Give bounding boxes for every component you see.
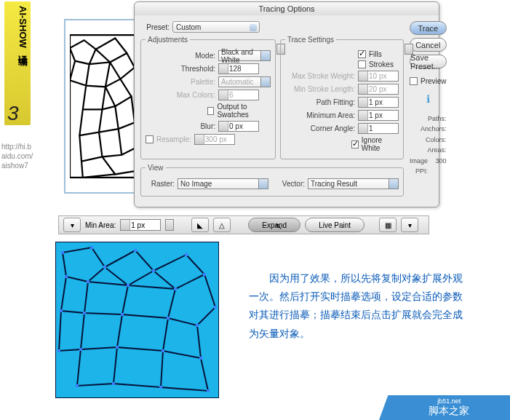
toolbar-min-area-input[interactable]: 1 px (120, 219, 161, 231)
max-stroke-weight-input: 10 px (358, 71, 399, 82)
vector-label: Vector: (276, 180, 305, 188)
cursor-icon: ↖ (275, 221, 282, 231)
resample-checkbox[interactable] (146, 135, 154, 143)
voronoi-pattern (70, 25, 135, 188)
svg-rect-25 (207, 389, 210, 392)
blur-label: Blur: (146, 122, 215, 130)
svg-rect-1 (90, 246, 93, 249)
output-swatches-checkbox[interactable] (207, 107, 215, 115)
explanation-text: 因为用了效果，所以先将复制对象扩展外观一次。然后打开实时描摹选项，设定合适的参数… (249, 269, 467, 343)
trace-button[interactable]: Trace (410, 21, 447, 35)
vector-select[interactable]: Tracing Result (308, 178, 399, 189)
svg-rect-10 (214, 306, 217, 309)
adjustments-group: Adjustments Mode:Black and White Thresho… (140, 36, 276, 159)
svg-rect-9 (174, 288, 177, 290)
path-fitting-label: Path Fitting: (285, 98, 355, 106)
tracing-options-dialog: Tracing Options Preset: Custom Adjustmen… (134, 1, 439, 207)
expand-button[interactable]: Expand↖ (248, 218, 300, 232)
min-area-input[interactable]: 1 px (358, 110, 399, 121)
svg-rect-16 (60, 309, 63, 312)
ignore-white-checkbox[interactable] (351, 140, 359, 148)
svg-rect-4 (152, 269, 155, 272)
artboard-preview (64, 19, 140, 194)
corner-angle-stepper[interactable] (405, 44, 413, 55)
max-stroke-weight-label: Max Stroke Weight: (285, 72, 355, 80)
palette-select: Automatic (218, 76, 271, 87)
resample-input: 300 px (194, 134, 235, 145)
mode-select[interactable]: Black and White (218, 50, 271, 61)
toolbar-menu-icon[interactable]: ▾ (401, 218, 418, 232)
footer-name: 脚本之家 (429, 405, 469, 416)
svg-rect-19 (162, 349, 164, 352)
toolbar-prev-icon[interactable]: ▾ (63, 218, 81, 232)
raster-select[interactable]: No Image (178, 178, 268, 189)
fill-swatch-icon[interactable]: ◣ (191, 218, 209, 232)
threshold-input[interactable]: 128 (218, 63, 259, 74)
step-number: 3 (7, 102, 19, 125)
source-url: http://hi.b aidu.com/ aishow7 (1, 142, 33, 170)
strokes-checkbox[interactable] (358, 60, 366, 68)
preset-label: Preset: (140, 23, 170, 31)
resample-label: Resample: (156, 135, 191, 143)
path-fitting-input[interactable]: 1 px (358, 97, 399, 108)
mode-label: Mode: (146, 52, 215, 60)
preview-checkbox[interactable] (410, 77, 418, 85)
svg-rect-12 (83, 312, 86, 314)
traced-result-preview (55, 242, 219, 398)
min-stroke-length-input: 20 px (358, 84, 399, 95)
svg-rect-5 (185, 253, 188, 256)
svg-rect-15 (196, 324, 199, 327)
svg-rect-24 (159, 386, 162, 389)
svg-rect-7 (87, 280, 89, 283)
corner-angle-input[interactable]: 1 (358, 123, 399, 134)
svg-rect-3 (134, 249, 137, 252)
palette-label: Palette: (146, 78, 215, 86)
raster-label: Raster: (146, 180, 175, 188)
fills-label: Fills (369, 50, 382, 58)
svg-rect-8 (127, 284, 130, 287)
svg-rect-14 (167, 317, 170, 320)
svg-rect-17 (79, 348, 82, 351)
blur-input[interactable]: 0 px (218, 121, 259, 132)
save-preset-button[interactable]: Save Preset... (410, 55, 447, 68)
svg-rect-11 (65, 275, 68, 278)
svg-rect-6 (203, 273, 206, 276)
view-group: View Raster:No Image Vector:Tracing Resu… (140, 164, 404, 197)
corner-angle-label: Corner Angle: (285, 124, 355, 132)
dialog-title: Tracing Options (135, 2, 439, 15)
svg-rect-2 (103, 266, 106, 269)
strokes-label: Strokes (369, 60, 394, 68)
output-swatches-label: Output to Swatches (217, 103, 271, 119)
svg-rect-0 (61, 251, 64, 254)
min-stroke-length-label: Min Stroke Length: (285, 85, 355, 93)
footer-banner: jb51.net脚本之家 (379, 395, 510, 420)
info-icon: ℹ (410, 93, 447, 105)
svg-rect-18 (116, 346, 119, 349)
toolbar-grid-icon[interactable]: ▦ (379, 218, 397, 232)
adjustments-legend: Adjustments (146, 36, 190, 44)
preset-select[interactable]: Custom (172, 21, 260, 33)
cancel-button[interactable]: Cancel (410, 38, 447, 52)
min-area-label: Minimum Area: (285, 111, 355, 119)
view-legend: View (146, 164, 166, 172)
fills-checkbox[interactable] (358, 50, 366, 58)
svg-rect-21 (57, 349, 60, 352)
maxcolors-input: 6 (218, 90, 259, 100)
trace-settings-legend: Trace Settings (285, 36, 336, 44)
preview-label: Preview (421, 77, 447, 85)
live-paint-button[interactable]: Live Paint (305, 218, 364, 232)
ignore-white-label: Ignore White (362, 136, 399, 152)
control-toolbar: ▾ Min Area: 1 px ◣ △ Expand↖ Live Paint … (58, 215, 429, 234)
svg-rect-23 (112, 382, 115, 385)
svg-rect-22 (76, 384, 79, 387)
tracing-info: Paths: Anchors: Colors: Areas: Image PPI… (410, 114, 447, 176)
trace-settings-group: Trace Settings Fills Strokes Max Stroke … (280, 36, 404, 159)
threshold-label: Threshold: (146, 65, 215, 73)
svg-rect-20 (199, 357, 202, 360)
toolbar-min-area-label: Min Area: (85, 221, 116, 229)
svg-rect-13 (121, 313, 124, 316)
stroke-swatch-icon[interactable]: △ (213, 218, 231, 232)
maxcolors-label: Max Colors: (146, 91, 215, 99)
toolbar-min-area-stepper[interactable] (165, 219, 174, 231)
